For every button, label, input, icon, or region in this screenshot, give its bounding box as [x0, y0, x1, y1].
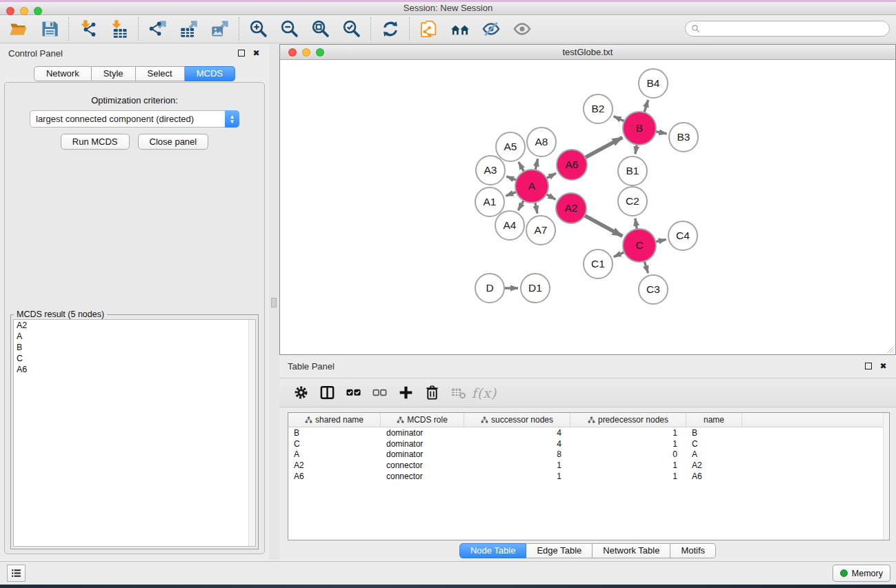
table-cell[interactable]: dominator — [381, 439, 464, 449]
table-row[interactable]: A6connector11A6 — [288, 471, 889, 482]
splitter-handle[interactable] — [271, 298, 277, 307]
network-window-titlebar[interactable]: testGlobe.txt — [280, 45, 895, 60]
task-history-button[interactable] — [7, 565, 26, 582]
node-B3[interactable]: B3 — [669, 123, 698, 152]
vertical-splitter[interactable] — [269, 44, 279, 560]
node-B[interactable]: B — [623, 112, 656, 145]
network-zoom-icon[interactable] — [316, 48, 324, 57]
node-D[interactable]: D — [475, 274, 504, 303]
import-network-button[interactable] — [72, 17, 103, 41]
close-table-panel-icon[interactable]: ✖ — [879, 362, 888, 371]
add-button[interactable] — [392, 381, 419, 405]
run-mcds-button[interactable]: Run MCDS — [61, 134, 130, 150]
table-cell[interactable]: A6 — [288, 472, 381, 481]
close-window-icon[interactable] — [6, 7, 14, 15]
node-C3[interactable]: C3 — [639, 275, 668, 304]
zoom-fit-button[interactable] — [305, 17, 336, 41]
tab-select[interactable]: Select — [136, 66, 185, 81]
node-A3[interactable]: A3 — [476, 156, 505, 185]
show-graphics-button[interactable] — [506, 17, 537, 41]
tab-mcds[interactable]: MCDS — [185, 66, 235, 81]
node-A8[interactable]: A8 — [527, 128, 556, 156]
zoom-selected-button[interactable] — [336, 17, 367, 41]
split-columns-button[interactable] — [314, 381, 340, 405]
tab-network-table[interactable]: Network Table — [593, 543, 670, 558]
mcds-result-list[interactable]: A2ABCA6 — [13, 319, 256, 547]
resize-grip-icon[interactable] — [886, 345, 895, 354]
save-button[interactable] — [34, 17, 65, 41]
column-header-predecessor-nodes[interactable]: predecessor nodes — [570, 413, 686, 427]
node-A6[interactable]: A6 — [557, 150, 587, 180]
network-minimize-icon[interactable] — [302, 48, 310, 57]
table-cell[interactable]: 1 — [570, 439, 686, 449]
table-cell[interactable]: B — [686, 428, 742, 438]
zoom-window-icon[interactable] — [34, 7, 42, 15]
table-cell[interactable]: 1 — [570, 428, 686, 438]
table-cell[interactable]: dominator — [381, 449, 464, 459]
node-A[interactable]: A — [515, 170, 548, 203]
table-scrollbar[interactable] — [883, 413, 889, 540]
node-C2[interactable]: C2 — [618, 187, 647, 216]
node-B2[interactable]: B2 — [584, 94, 613, 123]
table-row[interactable]: A2connector11A2 — [288, 460, 889, 471]
tab-style[interactable]: Style — [92, 66, 136, 81]
trash-button[interactable] — [419, 381, 445, 405]
table-cell[interactable]: 4 — [464, 439, 570, 449]
table-cell[interactable]: 4 — [464, 428, 570, 438]
memory-button[interactable]: Memory — [833, 565, 890, 582]
table-row[interactable]: Adominator80A — [288, 449, 889, 460]
export-table-button[interactable] — [173, 17, 204, 41]
deselect-all-button[interactable] — [366, 381, 392, 405]
search-input[interactable] — [703, 24, 884, 34]
table-cell[interactable]: 0 — [570, 449, 686, 459]
table-cell[interactable]: A2 — [288, 460, 381, 470]
node-C[interactable]: C — [623, 229, 656, 262]
table-cell[interactable]: C — [288, 439, 381, 449]
tab-network[interactable]: Network — [34, 66, 92, 81]
export-network-button[interactable] — [142, 17, 173, 41]
column-header-successor-nodes[interactable]: successor nodes — [464, 413, 570, 427]
table-row[interactable]: Cdominator41C — [288, 438, 889, 449]
node-table[interactable]: shared nameMCDS rolesuccessor nodesprede… — [288, 412, 890, 540]
mcds-result-item[interactable]: A6 — [14, 364, 255, 375]
mcds-result-item[interactable]: A — [14, 331, 255, 342]
table-cell[interactable]: 1 — [464, 460, 570, 470]
column-header-MCDS-role[interactable]: MCDS role — [381, 413, 464, 427]
table-cell[interactable]: connector — [381, 472, 464, 481]
node-D1[interactable]: D1 — [521, 274, 550, 303]
table-row[interactable]: Bdominator41B — [288, 427, 889, 438]
table-cell[interactable]: A — [288, 449, 381, 459]
float-table-panel-icon[interactable] — [864, 362, 873, 371]
tab-node-table[interactable]: Node Table — [459, 543, 527, 558]
node-A5[interactable]: A5 — [496, 132, 525, 161]
table-cell[interactable]: dominator — [381, 428, 464, 438]
network-close-icon[interactable] — [288, 48, 297, 57]
table-cell[interactable]: A — [686, 449, 742, 459]
new-network-file-button[interactable] — [413, 17, 444, 41]
table-cell[interactable]: A2 — [686, 460, 742, 470]
search-box[interactable] — [685, 21, 890, 37]
node-C4[interactable]: C4 — [668, 221, 697, 250]
tab-motifs[interactable]: Motifs — [670, 543, 716, 558]
mcds-result-item[interactable]: A2 — [14, 320, 255, 331]
zoom-out-button[interactable] — [274, 17, 305, 41]
node-A7[interactable]: A7 — [526, 216, 555, 245]
criterion-dropdown[interactable]: largest connected component (directed) ▲… — [30, 110, 239, 128]
table-cell[interactable]: 1 — [570, 472, 686, 481]
node-A1[interactable]: A1 — [475, 187, 504, 216]
export-image-button[interactable] — [204, 17, 235, 41]
table-cell[interactable]: C — [686, 439, 742, 449]
node-B1[interactable]: B1 — [618, 156, 647, 185]
table-cell[interactable]: 1 — [570, 460, 686, 470]
minimize-window-icon[interactable] — [20, 7, 28, 15]
table-cell[interactable]: B — [288, 428, 381, 438]
import-table-button[interactable] — [103, 17, 135, 41]
gear-button[interactable] — [288, 381, 314, 405]
select-all-button[interactable] — [340, 381, 366, 405]
open-folder-button[interactable] — [3, 17, 34, 41]
home-button[interactable] — [444, 17, 475, 41]
window-titlebar[interactable]: Session: New Session — [0, 2, 896, 15]
table-cell[interactable]: 8 — [464, 449, 570, 459]
close-panel-button[interactable]: Close panel — [138, 134, 209, 150]
close-panel-icon[interactable]: ✖ — [252, 49, 261, 58]
